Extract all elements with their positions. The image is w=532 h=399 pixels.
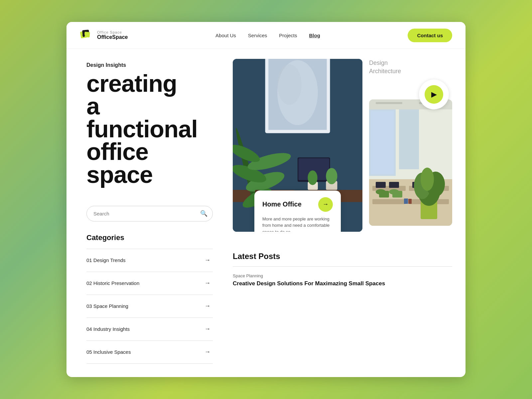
svg-point-22	[326, 168, 337, 184]
category-arrow[interactable]: →	[202, 301, 213, 312]
hero-title: Creating a functional office space	[86, 72, 213, 186]
categories-title: Categories	[86, 233, 213, 242]
category-label: 05 Inclusive Spaces	[86, 349, 131, 355]
card-header: Home Office →	[262, 197, 333, 212]
search-icon[interactable]: 🔍	[200, 210, 207, 217]
play-button-area: ▶	[369, 79, 452, 109]
nav-projects[interactable]: Projects	[279, 33, 297, 38]
category-arrow[interactable]: →	[202, 324, 213, 334]
svg-rect-30	[371, 111, 394, 174]
section-label: Design Insights	[86, 62, 213, 68]
play-button[interactable]: ▶	[419, 79, 449, 109]
logo-text: Office Space OfficeSpace	[97, 30, 128, 40]
post-category: Space Planning	[233, 273, 452, 278]
svg-point-50	[421, 168, 434, 191]
latest-posts: Latest Posts Space Planning Creative Des…	[233, 252, 452, 287]
category-item[interactable]: 02 Historic Preservation →	[86, 272, 213, 295]
category-arrow[interactable]: →	[202, 255, 213, 266]
latest-posts-divider	[233, 266, 452, 267]
contact-button[interactable]: Contact us	[408, 29, 452, 42]
card-description: More and more people are working from ho…	[262, 216, 333, 232]
svg-rect-37	[376, 182, 386, 188]
header: O Office Space OfficeSpace About Us Serv…	[66, 22, 466, 49]
main-content: Design Insights Creating a functional of…	[66, 49, 466, 377]
svg-rect-35	[372, 199, 406, 204]
category-arrow[interactable]: →	[202, 278, 213, 289]
nav-services[interactable]: Services	[248, 33, 267, 38]
right-image-column: Design Architecture ▶	[369, 59, 452, 232]
svg-point-20	[308, 171, 317, 185]
main-nav: About Us Services Projects Blog	[215, 33, 320, 38]
images-area: Home Office → More and more people are w…	[233, 59, 452, 232]
category-label: 02 Historic Preservation	[86, 280, 139, 286]
home-office-card: Home Office → More and more people are w…	[254, 191, 341, 232]
design-label: Design	[369, 59, 452, 67]
main-image-container: Home Office → More and more people are w…	[233, 59, 362, 232]
logo-icon: O	[80, 28, 94, 43]
play-icon: ▶	[425, 85, 443, 104]
side-image	[369, 99, 452, 226]
category-item[interactable]: 05 Inclusive Spaces →	[86, 340, 213, 364]
card-title: Home Office	[262, 200, 302, 208]
svg-point-8	[277, 64, 302, 105]
category-item[interactable]: 03 Space Planning →	[86, 295, 213, 318]
svg-rect-52	[408, 199, 412, 204]
nav-about[interactable]: About Us	[215, 33, 236, 38]
svg-rect-51	[404, 199, 408, 204]
category-item[interactable]: 04 Industry Insights →	[86, 318, 213, 340]
svg-rect-38	[389, 182, 399, 188]
search-input[interactable]	[86, 206, 213, 221]
latest-posts-title: Latest Posts	[233, 252, 452, 261]
side-image-svg	[369, 99, 452, 226]
category-label: 01 Design Trends	[86, 257, 126, 263]
category-label: 03 Space Planning	[86, 303, 128, 309]
category-list: 01 Design Trends → 02 Historic Preservat…	[86, 249, 213, 364]
search-container: 🔍	[86, 206, 213, 221]
svg-rect-2	[84, 32, 90, 37]
arch-label: Architecture	[369, 67, 452, 75]
nav-blog[interactable]: Blog	[309, 33, 320, 38]
post-title: Creative Design Solutions For Maximazing…	[233, 280, 452, 287]
category-item[interactable]: 01 Design Trends →	[86, 249, 213, 272]
category-arrow[interactable]: →	[202, 347, 213, 357]
browser-window: O Office Space OfficeSpace About Us Serv…	[66, 22, 466, 377]
svg-text:O: O	[82, 34, 85, 38]
sidebar: Design Insights Creating a functional of…	[66, 49, 226, 377]
svg-rect-43	[379, 191, 389, 198]
svg-rect-31	[399, 109, 419, 169]
svg-rect-44	[392, 191, 402, 198]
category-label: 04 Industry Insights	[86, 326, 130, 332]
design-arch-labels: Design Architecture	[369, 59, 452, 79]
logo-area: O Office Space OfficeSpace	[80, 28, 128, 43]
right-section: Home Office → More and more people are w…	[226, 49, 466, 377]
card-arrow-button[interactable]: →	[318, 197, 333, 212]
